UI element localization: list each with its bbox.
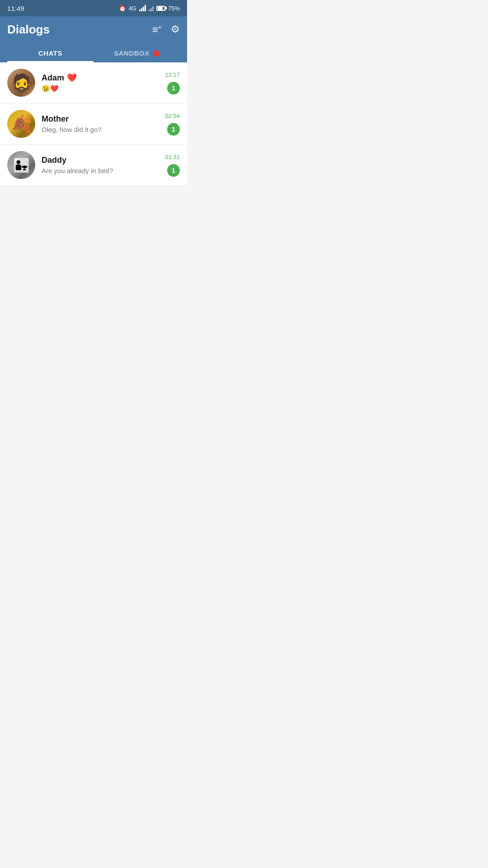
chat-name-daddy: Daddy [42,156,159,165]
unread-badge-adam: 1 [167,82,180,94]
add-chat-button[interactable]: ≡+ [152,24,162,36]
status-time: 11:49 [7,5,24,12]
alarm-icon: ⏰ [119,5,126,12]
unread-badge-daddy: 1 [167,164,180,177]
status-icons: ⏰ 4G 75% [119,5,180,12]
chat-meta-mother: 02:54 1 [165,113,180,136]
chat-preview-mother: Oleg, how did it go? [42,126,159,133]
chat-meta-adam: 12:17 1 [165,71,180,94]
tab-sandbox[interactable]: SANDBOX [94,44,180,62]
chat-meta-daddy: 01:31 1 [165,154,180,177]
unread-badge-mother: 1 [167,123,180,136]
battery-icon [156,6,165,11]
chat-item-adam[interactable]: Adam ❤️ 😉❤️ 12:17 1 [0,62,187,104]
tabs: CHATS SANDBOX [7,44,180,62]
settings-button[interactable]: ⚙ [171,24,180,35]
signal-bars-inactive-icon [149,5,154,11]
chat-preview-adam: 😉❤️ [42,85,159,93]
tab-chats[interactable]: CHATS [7,44,94,62]
signal-bars-icon [139,5,146,11]
chat-time-mother: 02:54 [165,113,180,119]
chat-content-daddy: Daddy Are you already in bed? [42,156,159,175]
chat-name-emoji-adam: ❤️ [67,73,77,83]
status-bar: 11:49 ⏰ 4G 75% [0,0,187,16]
avatar-adam [7,69,35,97]
header-actions: ≡+ ⚙ [152,24,180,36]
header: Dialogs ≡+ ⚙ CHATS SANDBOX [0,16,187,62]
page-title: Dialogs [7,23,50,37]
battery-level: 75% [168,5,180,12]
sandbox-notification-dot [153,50,160,57]
network-label: 4G [129,5,136,12]
chat-item-daddy[interactable]: Daddy Are you already in bed? 01:31 1 [0,145,187,186]
avatar-mother [7,110,35,138]
chat-list: Adam ❤️ 😉❤️ 12:17 1 Mother Oleg, how did… [0,62,187,186]
avatar-daddy [7,151,35,179]
chat-time-daddy: 01:31 [165,154,180,160]
header-top: Dialogs ≡+ ⚙ [7,23,180,44]
chat-content-mother: Mother Oleg, how did it go? [42,114,159,133]
chat-item-mother[interactable]: Mother Oleg, how did it go? 02:54 1 [0,104,187,145]
chat-name-mother: Mother [42,114,159,124]
chat-time-adam: 12:17 [165,71,180,78]
chat-content-adam: Adam ❤️ 😉❤️ [42,73,159,93]
chat-name-adam: Adam ❤️ [42,73,159,83]
chat-preview-daddy: Are you already in bed? [42,167,159,175]
